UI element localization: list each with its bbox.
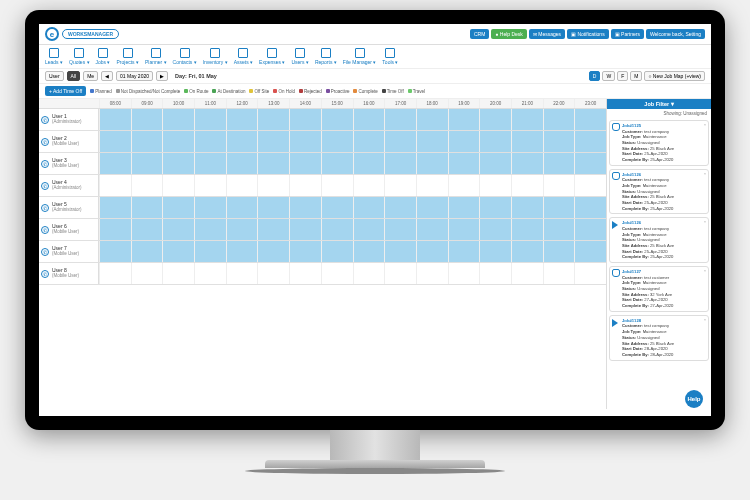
view-m-button[interactable]: M — [630, 71, 642, 81]
close-icon[interactable]: × — [704, 219, 706, 224]
top-pill[interactable]: ▣ Partners — [611, 29, 644, 39]
hour-cell: 09:00 — [131, 99, 163, 108]
user-cell[interactable]: ✆User 6(Mobile User) — [39, 219, 99, 240]
top-pill[interactable]: Welcome back, Setting — [646, 29, 705, 39]
schedule-row[interactable]: ✆User 7(Mobile User) — [39, 241, 606, 263]
logo-icon: e — [45, 27, 59, 41]
phone-icon: ✆ — [41, 116, 49, 124]
view-switch: DWFM○ New Job Map (+view) — [589, 71, 705, 81]
menu-item-projects[interactable]: Projects ▾ — [116, 48, 138, 65]
menu-item-leads[interactable]: Leads ▾ — [45, 48, 63, 65]
menu-item-expenses[interactable]: Expenses ▾ — [259, 48, 285, 65]
filter-all-button[interactable]: All — [67, 71, 81, 81]
legend-item: Off Site — [249, 86, 269, 96]
hour-cell: 12:00 — [226, 99, 258, 108]
phone-icon: ✆ — [41, 138, 49, 146]
user-cell[interactable]: ✆User 2(Mobile User) — [39, 131, 99, 152]
quotes-icon — [74, 48, 84, 58]
schedule-row[interactable]: ✆User 2(Mobile User) — [39, 131, 606, 153]
schedule-row[interactable]: ✆User 5(Administrator) — [39, 197, 606, 219]
schedule-row[interactable]: ✆User 4(Administrator) — [39, 175, 606, 197]
menu-item-quotes[interactable]: Quotes ▾ — [69, 48, 90, 65]
schedule-row[interactable]: ✆User 8(Mobile User) — [39, 263, 606, 285]
job-filter-showing: Showing: Unassigned — [607, 109, 711, 118]
menu-item-inventory[interactable]: Inventory ▾ — [203, 48, 228, 65]
top-pill[interactable]: ▣ Notifications — [567, 29, 609, 39]
nav-prev-button[interactable]: ◀ — [101, 71, 113, 81]
inventory-icon — [210, 48, 220, 58]
hour-cell: 23:00 — [574, 99, 606, 108]
user-cell[interactable]: ✆User 1(Administrator) — [39, 109, 99, 130]
schedule-rows: ✆User 1(Administrator)✆User 2(Mobile Use… — [39, 109, 606, 285]
jobs-icon — [98, 48, 108, 58]
menu-item-tools[interactable]: Tools ▾ — [382, 48, 398, 65]
add-time-off-button[interactable]: + Add Time Off — [45, 86, 86, 96]
job-card[interactable]: ×Job#1128Customer: test companyJob Type:… — [609, 315, 709, 361]
toolbar: User All Me ◀ 01 May 2020 ▶ Day: Fri, 01… — [39, 69, 711, 84]
job-card[interactable]: ×Job#1127Customer: test customerJob Type… — [609, 266, 709, 312]
legend-item: On Hold — [273, 86, 295, 96]
top-right-pills: CRM● Help Desk✉ Messages▣ Notifications▣… — [470, 29, 705, 39]
close-icon[interactable]: × — [704, 317, 706, 322]
shield-icon — [612, 269, 620, 277]
menu-item-planner[interactable]: Planner ▾ — [145, 48, 167, 65]
users-icon — [295, 48, 305, 58]
job-card[interactable]: ×Job#1126Customer: test companyJob Type:… — [609, 169, 709, 215]
top-pill[interactable]: CRM — [470, 29, 489, 39]
menu-item-file-manager[interactable]: File Manager ▾ — [343, 48, 377, 65]
menu-item-contacts[interactable]: Contacts ▾ — [173, 48, 197, 65]
legend-item: At Destination — [212, 86, 245, 96]
legend-item: On Route — [184, 86, 208, 96]
top-pill[interactable]: ✉ Messages — [529, 29, 565, 39]
close-icon[interactable]: × — [704, 171, 706, 176]
menu-item-jobs[interactable]: Jobs ▾ — [96, 48, 111, 65]
app-logo[interactable]: e WORKSMANAGER — [45, 27, 119, 41]
job-list: ×Job#1125Customer: test companyJob Type:… — [607, 118, 711, 409]
menu-item-assets[interactable]: Assets ▾ — [234, 48, 253, 65]
close-icon[interactable]: × — [704, 268, 706, 273]
hour-header: 08:0009:0010:0011:0012:0013:0014:0015:00… — [39, 99, 606, 109]
reports-icon — [321, 48, 331, 58]
schedule-row[interactable]: ✆User 1(Administrator) — [39, 109, 606, 131]
user-cell[interactable]: ✆User 4(Administrator) — [39, 175, 99, 196]
legend-item: Not Dispatched/Not Complete — [116, 86, 181, 96]
schedule-row[interactable]: ✆User 3(Mobile User) — [39, 153, 606, 175]
play-icon — [612, 221, 618, 229]
view-d-button[interactable]: D — [589, 71, 601, 81]
phone-icon: ✆ — [41, 160, 49, 168]
view-w-button[interactable]: W — [602, 71, 615, 81]
hour-cell: 20:00 — [479, 99, 511, 108]
menu-item-reports[interactable]: Reports ▾ — [315, 48, 337, 65]
hour-cell: 10:00 — [162, 99, 194, 108]
close-icon[interactable]: × — [704, 122, 706, 127]
user-cell[interactable]: ✆User 7(Mobile User) — [39, 241, 99, 262]
shield-icon — [612, 123, 620, 131]
job-card[interactable]: ×Job#1125Customer: test companyJob Type:… — [609, 120, 709, 166]
leads-icon — [49, 48, 59, 58]
legend-bar: + Add Time Off PlannedNot Dispatched/Not… — [39, 84, 711, 99]
user-cell[interactable]: ✆User 3(Mobile User) — [39, 153, 99, 174]
legend-item: Proactive — [326, 86, 350, 96]
projects-icon — [123, 48, 133, 58]
hour-cell: 15:00 — [321, 99, 353, 108]
new-job-button[interactable]: ○ New Job Map (+view) — [644, 71, 705, 81]
help-button[interactable]: Help — [685, 390, 703, 408]
date-picker[interactable]: 01 May 2020 — [116, 71, 153, 81]
tools-icon — [385, 48, 395, 58]
schedule-row[interactable]: ✆User 6(Mobile User) — [39, 219, 606, 241]
job-filter-header[interactable]: Job Filter ▾ — [607, 99, 711, 109]
user-cell[interactable]: ✆User 8(Mobile User) — [39, 263, 99, 284]
hour-cell: 08:00 — [99, 99, 131, 108]
hour-cell: 17:00 — [384, 99, 416, 108]
hour-cell: 19:00 — [448, 99, 480, 108]
menu-item-users[interactable]: Users ▾ — [291, 48, 308, 65]
filter-me-button[interactable]: Me — [83, 71, 98, 81]
nav-next-button[interactable]: ▶ — [156, 71, 168, 81]
top-pill[interactable]: ● Help Desk — [491, 29, 526, 39]
view-f-button[interactable]: F — [617, 71, 628, 81]
job-card[interactable]: ×Job#1126Customer: test companyJob Type:… — [609, 217, 709, 263]
file manager-icon — [355, 48, 365, 58]
assets-icon — [238, 48, 248, 58]
user-cell[interactable]: ✆User 5(Administrator) — [39, 197, 99, 218]
play-icon — [612, 319, 618, 327]
